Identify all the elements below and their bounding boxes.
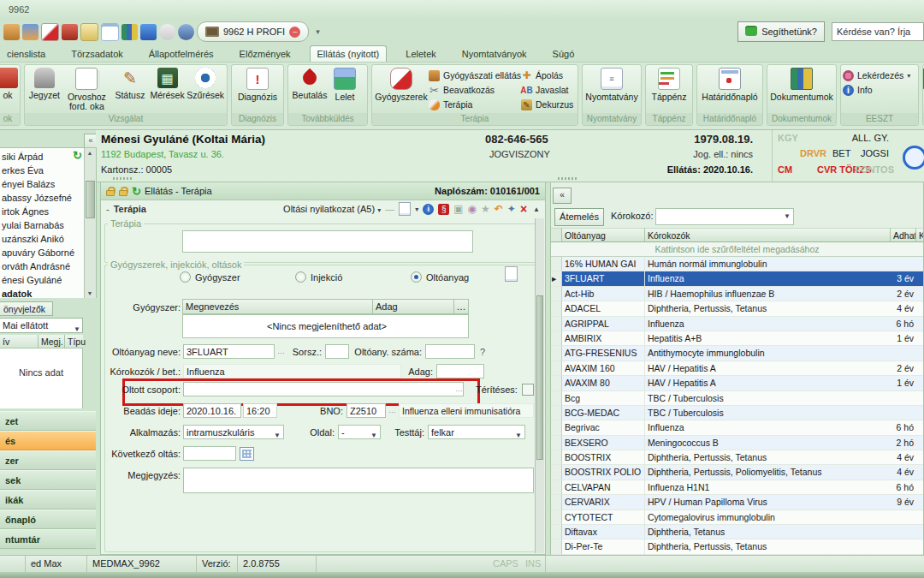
oltott-csoport-input[interactable] bbox=[183, 382, 464, 396]
question-input[interactable]: Kérdése van? Írja bbox=[832, 22, 924, 41]
eeszt-status-icon[interactable] bbox=[903, 146, 924, 170]
lekerdezes-button[interactable]: Lekérdezés▾ bbox=[843, 69, 916, 82]
paragraph-icon[interactable]: § bbox=[438, 204, 449, 215]
accordion-item[interactable]: ntumtár bbox=[0, 529, 96, 549]
info-icon[interactable]: i bbox=[423, 204, 434, 215]
print-caret-icon[interactable]: ▾ bbox=[415, 206, 418, 213]
vaccine-row[interactable]: ▸ Bcg TBC / Tuberculosis bbox=[551, 391, 923, 406]
collapse-dash-icon[interactable]: - bbox=[106, 204, 110, 214]
filter-row[interactable]: Kattintson ide szűrőfeltétel megadásához bbox=[551, 242, 923, 257]
accordion-item[interactable]: zer bbox=[0, 450, 96, 470]
patient-list-scrollbar[interactable]: ▲ ▼ bbox=[84, 148, 96, 298]
phone-icon[interactable] bbox=[140, 24, 157, 40]
accordion-item[interactable]: őnapló bbox=[0, 509, 96, 529]
patient-list-item[interactable]: erkes Éva bbox=[0, 164, 96, 177]
patient-list-item[interactable]: uzánszki Anikó bbox=[0, 232, 96, 246]
vaccine-row[interactable]: ▸ CELVAPAN Influenza H1N1 6 hó bbox=[551, 480, 923, 495]
atemeles-button[interactable]: Átemelés bbox=[554, 208, 604, 226]
patient-list-item[interactable]: énesi Gyuláné bbox=[0, 273, 96, 287]
ribbon-tab[interactable]: Ellátás (nyitott) bbox=[310, 45, 388, 62]
teriteses-checkbox[interactable] bbox=[522, 384, 534, 396]
help-question-icon[interactable]: ? bbox=[480, 347, 485, 357]
refresh-icon[interactable]: ↻ bbox=[132, 185, 141, 198]
calendar-icon[interactable] bbox=[101, 23, 119, 41]
star-icon[interactable]: ★ bbox=[481, 203, 490, 215]
vaccine-row[interactable]: ▸ 3FLUART Influenza 3 év bbox=[551, 271, 923, 286]
vaccine-row[interactable]: ▸ BOOSTRIX Diphtheria, Pertussis, Tetanu… bbox=[551, 450, 923, 465]
pills-icon[interactable] bbox=[41, 23, 59, 41]
korokozok-value[interactable]: Influenza bbox=[183, 364, 401, 378]
document-type-select[interactable]: Oltási nyilatkozat (A5) ▾ bbox=[283, 204, 381, 214]
vaccine-row[interactable]: ▸ CERVARIX HPV / Human Papilloma Virus 9… bbox=[551, 495, 923, 509]
terapia-button[interactable]: Terápia bbox=[429, 98, 521, 111]
ribbon-tab[interactable]: Előzmények bbox=[233, 46, 298, 62]
oltoanyag-neve-input[interactable]: 3FLUART bbox=[183, 344, 275, 359]
tappenz-button[interactable]: Táppénz bbox=[648, 67, 690, 102]
vaccine-row[interactable]: ▸ Di-Per-Te Diphtheria, Pertussis, Tetan… bbox=[551, 539, 923, 554]
statusz-button[interactable]: ✎Státusz bbox=[111, 67, 149, 100]
scroll-down-icon[interactable]: ▼ bbox=[85, 289, 95, 298]
splitter-handle[interactable] bbox=[113, 177, 132, 180]
ellipsis-button[interactable]: … bbox=[454, 299, 469, 314]
nyomtatvany-button[interactable]: ≡Nyomtatvány bbox=[584, 67, 639, 102]
splitter-handle[interactable] bbox=[558, 177, 577, 180]
patient-filter-select[interactable]: Mai ellátott ▼ bbox=[0, 318, 83, 333]
bubble-icon[interactable] bbox=[159, 24, 175, 40]
terapia-text-input[interactable] bbox=[182, 230, 473, 253]
vaccine-row[interactable]: ▸ ATG-FRESENIUS Antithymocyte immunglobu… bbox=[551, 346, 923, 361]
patient-icon[interactable] bbox=[3, 24, 20, 40]
accordion-item[interactable]: sek bbox=[0, 470, 96, 490]
new-document-icon[interactable] bbox=[505, 266, 518, 282]
help-button[interactable]: Segíthetünk? bbox=[737, 21, 825, 42]
ribbon-tab[interactable]: Nyomtatványok bbox=[455, 46, 534, 62]
column-header-adhato[interactable]: Adható bbox=[891, 228, 916, 242]
orvoshoz-button[interactable]: Orvoshoz ford. oka bbox=[62, 67, 112, 111]
vaccine-row[interactable]: ▸ AMBIRIX Hepatitis A+B 1 év bbox=[551, 331, 923, 346]
apolas-button[interactable]: ✚Ápolás bbox=[521, 69, 576, 82]
beadas-date-input[interactable]: 2020.10.16. bbox=[183, 403, 241, 418]
patient-list-item[interactable]: adatok bbox=[0, 287, 96, 298]
vaccine-row[interactable]: ▸ 16% HUMAN GAI Humán normál immunglobul… bbox=[551, 257, 923, 271]
scroll-up-icon[interactable]: ▲ bbox=[85, 148, 95, 158]
undo-icon[interactable]: ↶ bbox=[495, 203, 503, 215]
tools-icon[interactable]: ✦ bbox=[507, 203, 516, 215]
meresek-button[interactable]: ▦Mérések bbox=[149, 67, 187, 100]
toolbar-options-icon[interactable]: ▾ bbox=[311, 25, 324, 39]
patient-jogviszony[interactable]: JOGVISZONY bbox=[489, 149, 550, 159]
lookup-ellipsis-icon[interactable]: … bbox=[388, 406, 396, 414]
lookup-ellipsis-icon[interactable]: … bbox=[455, 384, 463, 393]
vaccine-row[interactable]: ▸ CYTOTECT Cytomegalovirus immunglobulin bbox=[551, 510, 923, 525]
vaccine-row[interactable]: ▸ Begrivac Influenza 6 hó bbox=[551, 420, 923, 435]
radio-oltoanyag[interactable]: Oltóanyag bbox=[411, 271, 469, 283]
panel-collapse-button[interactable]: « bbox=[553, 188, 572, 204]
scrollbar-thumb[interactable] bbox=[86, 181, 95, 218]
shield-icon[interactable] bbox=[178, 24, 194, 40]
column-header-tipus[interactable]: Típu bbox=[65, 335, 83, 349]
vaccine-row[interactable]: ▸ BEXSERO Meningococcus B 2 hó bbox=[551, 436, 923, 450]
column-header-megj[interactable]: Megj. bbox=[38, 335, 65, 349]
szuresek-button[interactable]: Szűrések bbox=[186, 67, 225, 100]
radio-gyogyszer[interactable]: Gyógyszer bbox=[180, 271, 240, 283]
red-pill-icon[interactable] bbox=[62, 24, 78, 40]
people-icon[interactable] bbox=[22, 24, 38, 40]
accordion-item[interactable]: és bbox=[0, 431, 96, 450]
dekurzus-button[interactable]: ✎Dekurzus bbox=[521, 98, 576, 111]
refresh-icon[interactable]: ↻ bbox=[73, 149, 82, 162]
gyogyszerek-button[interactable]: Gyógyszerek bbox=[374, 67, 429, 102]
patient-list-item[interactable]: apuváry Gáborné bbox=[0, 246, 96, 259]
patient-list-item[interactable]: yulai Barnabás bbox=[0, 218, 96, 232]
alkalmazas-select[interactable]: intramuszkuláris▼ bbox=[183, 425, 284, 439]
scroll-up-icon[interactable]: ▲ bbox=[533, 206, 540, 213]
patient-list-item[interactable]: abassy Józsefné bbox=[0, 191, 96, 205]
form-scrollbar[interactable] bbox=[535, 218, 544, 553]
ribbon-tab[interactable]: cienslista bbox=[0, 46, 52, 62]
lock-icon[interactable] bbox=[119, 187, 128, 196]
patient-list-item[interactable]: ényei Balázs bbox=[0, 177, 96, 191]
beutalas-button[interactable]: Beutalás bbox=[290, 67, 329, 100]
oldal-select[interactable]: -▼ bbox=[338, 425, 381, 439]
vaccine-row[interactable]: ▸ AVAXIM 80 HAV / Hepatitis A 1 év bbox=[551, 376, 923, 390]
patient-list-item[interactable]: irtok Ágnes bbox=[0, 205, 96, 218]
profile-selector[interactable]: 9962 H PROFI – bbox=[197, 21, 309, 42]
lelet-button[interactable]: Lelet bbox=[329, 67, 360, 102]
vaccine-row[interactable]: ▸ BOOSTRIX POLIO Diphtheria, Pertussis, … bbox=[551, 465, 923, 480]
